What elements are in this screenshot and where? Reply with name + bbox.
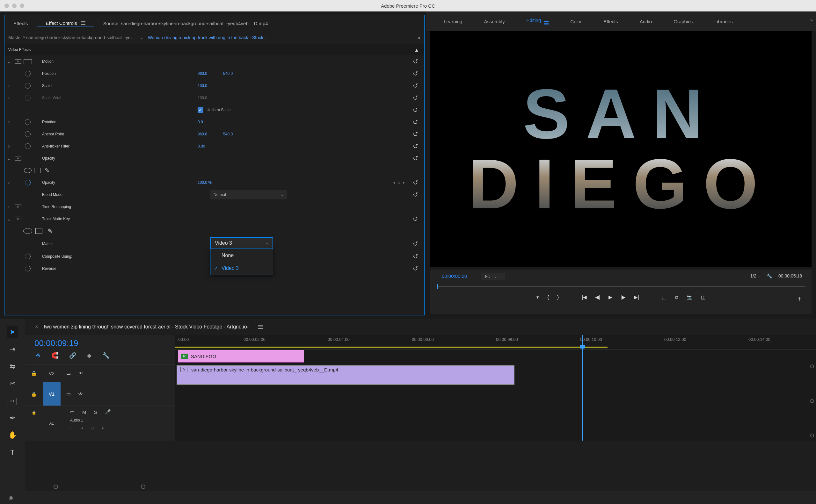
lift-icon[interactable]: ⬚	[662, 294, 667, 300]
eye-icon[interactable]: 👁	[78, 371, 83, 376]
reset-icon[interactable]: ↺	[413, 155, 418, 162]
close-tab-icon[interactable]: ×	[35, 324, 38, 330]
toggle-output-icon[interactable]: ▭	[66, 391, 71, 397]
twirl-down-icon[interactable]: ⌄	[4, 216, 13, 222]
prev-keyframe-icon[interactable]: ◂	[81, 426, 83, 430]
extract-icon[interactable]: ⧉	[675, 294, 678, 300]
workspace-effects[interactable]: Effects	[603, 19, 618, 24]
matte-dropdown[interactable]: Video 3⌄	[210, 237, 273, 249]
timeline-zoom-bar[interactable]	[54, 484, 145, 489]
stopwatch-icon[interactable]	[25, 119, 31, 125]
track-target-v1[interactable]: V1	[43, 382, 61, 406]
go-to-in-icon[interactable]: |◀	[582, 294, 587, 300]
timeline-timecent[interactable]: 00:00:09:19	[25, 335, 175, 351]
hand-tool-icon[interactable]: ✋	[7, 429, 18, 441]
program-monitor[interactable]: SAN DIEGO	[430, 31, 812, 267]
reset-icon[interactable]: ↺	[413, 82, 418, 90]
maximize-window-icon[interactable]	[20, 4, 24, 8]
workspace-assembly[interactable]: Assembly	[484, 19, 505, 24]
lock-icon[interactable]: 🔒	[25, 391, 43, 397]
twirl-down-icon[interactable]: ⌄	[4, 155, 13, 162]
mute-button[interactable]: M	[82, 409, 86, 415]
play-only-icon[interactable]: ◂	[417, 34, 420, 41]
mark-in-icon[interactable]: ▾	[537, 294, 539, 300]
reset-icon[interactable]: ↺	[413, 142, 418, 150]
matte-option-video3[interactable]: Video 3	[211, 262, 273, 275]
hamburger-icon[interactable]	[258, 325, 263, 329]
settings-icon[interactable]: 🔧	[102, 352, 109, 359]
workspace-editing[interactable]: Editing	[526, 18, 549, 25]
sequence-name[interactable]: two women zip lining through snow covere…	[44, 324, 249, 330]
reset-icon[interactable]: ↺	[413, 215, 418, 223]
caret-down-icon[interactable]: ⌄	[140, 35, 143, 40]
workspace-libraries[interactable]: Libraries	[714, 19, 733, 24]
tab-source[interactable]: Source: san-diego-harbor-skyline-in-back…	[94, 21, 424, 26]
fx-badge-icon[interactable]: fx	[15, 156, 21, 161]
effect-track-matte-key[interactable]: ⌄ fx Track Matte Key ↺	[4, 213, 424, 225]
pen-mask-icon[interactable]: ✎	[42, 167, 52, 174]
creative-cloud-icon[interactable]: ◉	[6, 493, 15, 502]
minimize-window-icon[interactable]	[12, 4, 17, 8]
pen-mask-icon[interactable]: ✎	[45, 227, 55, 235]
keyframe-start-icon[interactable]: ◦.	[70, 426, 73, 430]
stopwatch-icon[interactable]	[25, 266, 31, 271]
vertical-scroll[interactable]	[810, 364, 814, 437]
workspace-color[interactable]: Color	[570, 19, 582, 24]
stopwatch-icon[interactable]	[25, 131, 31, 137]
next-keyframe-icon[interactable]: ▸	[102, 426, 104, 430]
fx-badge-icon[interactable]: fx	[15, 205, 21, 209]
go-to-out-icon[interactable]: ▶|	[634, 294, 639, 300]
tab-effects[interactable]: Effects	[4, 21, 37, 26]
twirl-right-icon[interactable]: ›	[4, 83, 13, 89]
anchor-x[interactable]: 960.0	[198, 132, 207, 136]
fx-badge-icon[interactable]: fx	[15, 59, 21, 64]
step-forward-icon[interactable]: |▶	[621, 294, 626, 300]
reset-icon[interactable]: ↺	[413, 94, 418, 102]
uniform-scale-checkbox[interactable]: ✓	[198, 107, 203, 113]
reset-icon[interactable]: ↺	[413, 106, 418, 114]
timeline-tracks-area[interactable]: :00:00 00:00:02:00 00:00:04:00 00:00:06:…	[175, 335, 816, 441]
stopwatch-icon[interactable]	[25, 180, 31, 185]
ellipse-mask-icon[interactable]	[23, 228, 32, 234]
reset-icon[interactable]: ↺	[413, 58, 418, 65]
clip-name[interactable]: Woman driving a pick up truck with dog i…	[148, 35, 269, 40]
stopwatch-icon[interactable]	[25, 83, 31, 89]
play-icon[interactable]: ▶	[609, 294, 612, 300]
magnet-icon[interactable]: 🧲	[51, 352, 58, 359]
marker-icon[interactable]: ◆	[87, 352, 91, 359]
add-keyframe-icon[interactable]: ◇	[91, 426, 94, 430]
ellipse-mask-icon[interactable]	[24, 168, 32, 173]
collapse-up-icon[interactable]: ▴	[415, 46, 418, 54]
track-select-tool-icon[interactable]: ⇥	[7, 343, 18, 355]
comparison-icon[interactable]: ◫	[701, 294, 705, 300]
razor-tool-icon[interactable]: ✂	[7, 378, 18, 389]
time-ruler[interactable]: :00:00 00:00:02:00 00:00:04:00 00:00:06:…	[175, 335, 816, 350]
chevron-right-icon[interactable]: »	[810, 17, 813, 23]
stopwatch-icon[interactable]	[25, 254, 31, 259]
zoom-fit-select[interactable]: Fit⌄	[481, 273, 505, 280]
effect-time-remapping[interactable]: › fx Time Remapping	[4, 201, 424, 213]
reset-icon[interactable]: ↺	[413, 118, 418, 126]
export-frame-icon[interactable]: 📷	[687, 294, 693, 300]
clip-v1-video[interactable]: fxsan-diego-harbor-skyline-in-background…	[177, 365, 515, 385]
scale-value[interactable]: 100.0	[198, 83, 207, 88]
reset-icon[interactable]: ↺	[413, 253, 418, 260]
hamburger-icon[interactable]	[544, 21, 549, 25]
track-target-v2[interactable]: V2	[43, 364, 61, 382]
resolution-select[interactable]: 1/2 ⌄	[750, 273, 760, 278]
workspace-graphics[interactable]: Graphics	[674, 19, 693, 24]
work-area-bar[interactable]	[175, 347, 608, 348]
anchor-y[interactable]: 540.0	[223, 132, 233, 136]
keyframe-nav[interactable]: ◂◇▸	[393, 180, 405, 185]
toggle-output-icon[interactable]: ▭	[70, 409, 75, 415]
tab-effect-controls[interactable]: Effect Controls	[37, 20, 94, 26]
rotation-value[interactable]: 0.0	[198, 120, 203, 124]
rect-mask-icon[interactable]	[35, 228, 42, 234]
slip-tool-icon[interactable]: |↔|	[7, 395, 18, 407]
settings-icon[interactable]: 🔧	[767, 273, 772, 278]
type-tool-icon[interactable]: T	[7, 447, 18, 458]
position-x[interactable]: 960.0	[198, 71, 207, 76]
effect-motion[interactable]: ⌄ fx Motion ↺	[4, 55, 424, 68]
reset-icon[interactable]: ↺	[413, 179, 418, 186]
position-y[interactable]: 540.0	[223, 71, 233, 76]
